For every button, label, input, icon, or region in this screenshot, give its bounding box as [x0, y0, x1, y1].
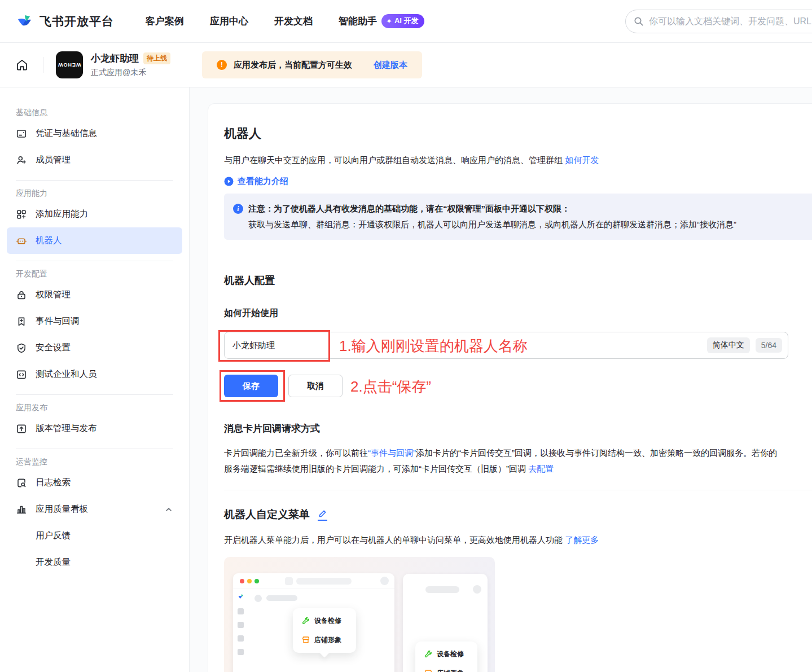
mock-chat-header: [254, 595, 297, 602]
search-icon: [634, 16, 644, 27]
menu-popup-mobile: 设备检修 店铺形象: [415, 642, 477, 672]
search-box[interactable]: [625, 10, 812, 33]
sparkle-icon: ✦: [386, 17, 392, 25]
sidebar-item-credentials[interactable]: 凭证与基础信息: [7, 120, 182, 147]
info-icon: i: [233, 204, 243, 214]
placeholder-avatar: [473, 585, 481, 594]
menu-item-shop: 店铺形象: [302, 635, 347, 645]
home-icon[interactable]: [15, 58, 29, 72]
shop-icon: [424, 669, 432, 672]
sidebar-item-bot[interactable]: 机器人: [7, 227, 182, 254]
nav-app-center[interactable]: 应用中心: [210, 15, 248, 28]
divider: [16, 394, 173, 395]
divider: [16, 261, 173, 261]
callback-description: 卡片回调能力已全新升级，你可以前往“事件与回调”添加卡片的“卡片回传交互”回调，…: [224, 445, 783, 476]
menu-preview-illustration: 设备检修 店铺形象: [224, 557, 495, 672]
wrench-icon: [424, 650, 432, 658]
desktop-mockup: 设备检修 店铺形象: [233, 573, 394, 672]
publish-warning-banner: ! 应用发布后，当前配置方可生效 创建版本: [202, 51, 422, 78]
feishu-logo-icon: [15, 12, 34, 31]
create-version-link[interactable]: 创建版本: [374, 60, 407, 71]
events-callback-link[interactable]: “事件与回调”: [368, 448, 416, 458]
brand-name: 飞书开放平台: [39, 14, 114, 29]
top-navbar: 飞书开放平台 客户案例 应用中心 开发文档 智能助手 ✦AI 开发: [0, 0, 812, 43]
robot-icon: [16, 235, 27, 247]
main-area: 机器人 与用户在聊天中交互的应用，可以向用户或群组自动发送消息、响应用户的消息、…: [190, 87, 812, 672]
placeholder-bar: [296, 578, 352, 585]
annotation-rect-save: [220, 370, 285, 402]
sidebar-item-version-release[interactable]: 版本管理与发布: [7, 415, 182, 442]
sidebar-item-members[interactable]: 成员管理: [7, 147, 182, 173]
traffic-red: [240, 579, 244, 583]
sidebar: 基础信息 凭证与基础信息 成员管理 应用能力 添加应用能力: [0, 87, 190, 672]
divider: [16, 449, 173, 449]
callback-title: 消息卡片回调请求方式: [224, 422, 812, 435]
app-avatar: WEHOW: [56, 51, 83, 78]
sidebar-item-events[interactable]: 事件与回调: [7, 308, 182, 335]
status-badge: 待上线: [143, 52, 170, 64]
capability-intro-link[interactable]: 查看能力介绍: [238, 176, 288, 187]
sidebar-item-add-capability[interactable]: 添加应用能力: [7, 201, 182, 227]
lock-icon: [16, 289, 27, 301]
section-app-release: 应用发布: [16, 403, 173, 414]
sidebar-item-security[interactable]: 安全设置: [7, 335, 182, 361]
upload-icon: [16, 423, 27, 434]
banner-text: 应用发布后，当前配置方可生效: [234, 60, 352, 71]
edit-icon[interactable]: [318, 509, 327, 521]
nav-ai-assistant[interactable]: 智能助手 ✦AI 开发: [339, 14, 424, 28]
bar-chart-icon: [16, 504, 27, 515]
shop-icon: [302, 636, 310, 644]
cancel-button[interactable]: 取消: [288, 375, 343, 397]
char-count: 5/64: [756, 338, 782, 353]
language-badge[interactable]: 简体中文: [707, 337, 750, 353]
learn-more-link[interactable]: 了解更多: [565, 535, 599, 544]
placeholder-bar: [425, 586, 459, 593]
bookmark-plus-icon: [16, 316, 27, 327]
sidebar-item-test-enterprise[interactable]: 测试企业和人员: [7, 361, 182, 388]
capability-intro-row[interactable]: 查看能力介绍: [224, 176, 812, 187]
placeholder-square: [285, 577, 293, 585]
custom-menu-title: 机器人自定义菜单: [224, 507, 310, 522]
menu-item-equipment: 设备检修: [302, 616, 347, 626]
divider: [224, 490, 812, 490]
how-to-develop-link[interactable]: 如何开发: [565, 155, 599, 165]
search-input[interactable]: [649, 16, 812, 27]
sidebar-item-log-search[interactable]: 日志检索: [7, 469, 182, 496]
chevron-up-icon[interactable]: [164, 505, 173, 514]
sidebar-item-quality-board[interactable]: 应用质量看板: [7, 496, 182, 522]
feishu-mini-logo-icon: [237, 593, 245, 601]
app-type: 正式应用@未禾: [91, 68, 170, 78]
ai-dev-badge[interactable]: ✦AI 开发: [381, 14, 424, 28]
bot-settings-card: 机器人 与用户在聊天中交互的应用，可以向用户或群组自动发送消息、响应用户的消息、…: [208, 103, 812, 672]
permission-notice: i 注意：为了使机器人具有收发消息的基础功能，请在“权限管理”面板中开通以下权限…: [224, 194, 812, 240]
menu-item-shop: 店铺形象: [424, 669, 468, 672]
annotation-text-2: 2.点击“保存”: [350, 377, 431, 397]
mock-rail: [233, 588, 248, 672]
annotation-rect-input: [218, 330, 330, 362]
id-card-icon: [16, 128, 27, 139]
section-ops-monitor: 运营监控: [16, 457, 173, 468]
warning-icon: !: [217, 60, 227, 70]
divider: [43, 57, 43, 73]
nav-items: 客户案例 应用中心 开发文档 智能助手 ✦AI 开发: [146, 14, 424, 28]
nav-dev-docs[interactable]: 开发文档: [274, 15, 313, 28]
page-title: 机器人: [224, 125, 812, 142]
app-header: WEHOW 小龙虾助理 待上线 正式应用@未禾 ! 应用发布后，当前配置方可生效…: [0, 43, 812, 87]
grid-add-icon: [16, 209, 27, 220]
sidebar-item-permissions[interactable]: 权限管理: [7, 282, 182, 308]
custom-menu-description: 开启机器人菜单能力后，用户可以在与机器人的单聊中访问菜单，更高效地使用机器人功能…: [224, 532, 783, 548]
code-icon: [16, 369, 27, 380]
annotation-text-1: 1.输入刚刚设置的机器人名称: [339, 336, 528, 356]
sidebar-item-user-feedback[interactable]: 用户反馈: [7, 522, 182, 549]
page-description: 与用户在聊天中交互的应用，可以向用户或群组自动发送消息、响应用户的消息、管理群组…: [224, 153, 783, 167]
bot-config-title: 机器人配置: [224, 274, 812, 287]
brand[interactable]: 飞书开放平台: [15, 12, 114, 31]
config-buttons: 保存 取消: [224, 375, 812, 397]
menu-item-equipment: 设备检修: [424, 649, 468, 659]
nav-customer-cases[interactable]: 客户案例: [146, 15, 184, 28]
section-basic-info: 基础信息: [16, 108, 173, 119]
sidebar-item-dev-quality[interactable]: 开发质量: [7, 549, 182, 576]
placeholder-avatar: [380, 577, 389, 585]
go-configure-link[interactable]: 去配置: [528, 464, 554, 473]
app-name: 小龙虾助理: [91, 52, 139, 65]
